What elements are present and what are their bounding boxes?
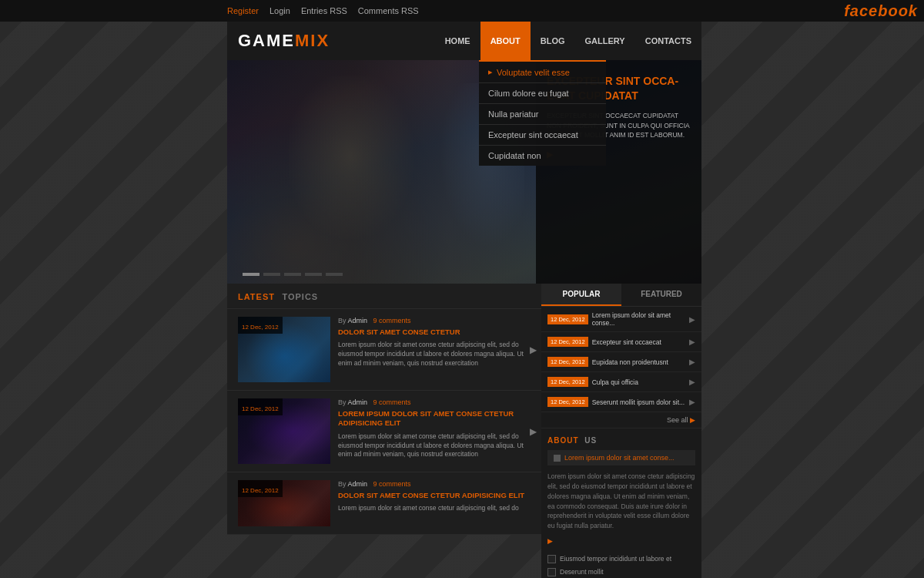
sidebar-list-item-0[interactable]: 12 Dec, 2012 Lorem ipsum dolor sit amet …: [541, 307, 701, 332]
sidebar-list-item-1[interactable]: 12 Dec, 2012 Excepteur sint occaecat ▶: [541, 332, 701, 352]
topics-label: TOPICS: [282, 292, 318, 301]
article-date-1: 12 Dec, 2012: [242, 405, 279, 412]
article-meta-2: By Admin 9 comments: [338, 480, 531, 488]
sidebar-item-title-2: Eupidata non proidentusnt: [592, 358, 685, 366]
article-content-0: By Admin 9 comments DOLOR SIT AMET CONSE…: [338, 317, 531, 382]
dropdown-item-1[interactable]: Cilum dolore eu fugat: [479, 83, 606, 104]
article-date-2: 12 Dec, 2012: [242, 487, 279, 494]
dropdown-item-4[interactable]: Cupidatat non: [479, 146, 606, 166]
article-thumb-0[interactable]: 12 Dec, 2012: [238, 317, 330, 382]
article-item-0: 12 Dec, 2012 By Admin 9 comments DOLOR S…: [227, 309, 541, 391]
latest-label: LATEST: [238, 292, 275, 301]
dropdown-item-3[interactable]: Excepteur sint occaecat: [479, 125, 606, 146]
tab-featured[interactable]: FEATURED: [621, 284, 701, 306]
comments-rss-link[interactable]: Comments RSS: [358, 6, 419, 15]
sidebar-item-title-1: Excepteur sint occaecat: [592, 338, 685, 346]
article-meta-1: By Admin 9 comments: [338, 398, 531, 406]
dropdown-menu: ▸ Voluptate velit esse Cilum dolore eu f…: [479, 60, 606, 166]
about-featured[interactable]: Lorem ipsum dolor sit amet conse...: [547, 450, 695, 465]
tab-popular[interactable]: POPULAR: [541, 284, 621, 306]
sidebar-item-arrow-0: ▶: [689, 315, 695, 324]
article-arrow-0[interactable]: ▶: [530, 344, 537, 355]
article-comments-2[interactable]: 9 comments: [373, 480, 411, 488]
hero-dots: [243, 273, 343, 276]
sidebar-item-arrow-1: ▶: [689, 338, 695, 346]
article-title-1[interactable]: LOREM IPSUM DOLOR SIT AMET CONSE CTETUR …: [338, 409, 531, 428]
sidebar-item-date-3: 12 Dec, 2012: [547, 377, 588, 387]
sidebar-list-item-4[interactable]: 12 Dec, 2012 Seserunt mollit ipsum dolor…: [541, 392, 701, 412]
article-meta-0: By Admin 9 comments: [338, 317, 531, 324]
nav-blog[interactable]: BLOG: [531, 22, 575, 60]
dropdown-item-0[interactable]: ▸ Voluptate velit esse: [479, 62, 606, 83]
dropdown-item-2[interactable]: Nulla pariatur: [479, 104, 606, 125]
login-link[interactable]: Login: [270, 6, 290, 15]
sidebar-item-date-1: 12 Dec, 2012: [547, 337, 588, 347]
article-item-1: 12 Dec, 2012 By Admin 9 comments LOREM I…: [227, 391, 541, 472]
article-thumb-2[interactable]: 12 Dec, 2012: [238, 480, 330, 526]
article-thumb-1[interactable]: 12 Dec, 2012: [238, 398, 330, 464]
sidebar-item-arrow-3: ▶: [689, 378, 695, 386]
sidebar-item-date-0: 12 Dec, 2012: [547, 314, 588, 324]
checkbox-label-1: Deserunt mollit: [560, 568, 604, 576]
entries-rss-link[interactable]: Entries RSS: [301, 6, 347, 15]
article-title-0[interactable]: DOLOR SIT AMET CONSE CTETUR: [338, 328, 531, 337]
logo[interactable]: GAMEMIX: [227, 31, 330, 51]
main-nav: HOME ABOUT BLOG GALLERY CONTACTS: [435, 22, 701, 60]
article-content-1: By Admin 9 comments LOREM IPSUM DOLOR SI…: [338, 398, 531, 464]
article-arrow-1[interactable]: ▶: [530, 426, 537, 437]
article-title-2[interactable]: DOLOR SIT AMET CONSE CTETUR ADIPISICING …: [338, 491, 531, 500]
sidebar-item-title-0: Lorem ipsum dolor sit amet conse...: [592, 311, 685, 327]
article-comments-0[interactable]: 9 comments: [373, 317, 411, 324]
about-more[interactable]: ▶: [547, 537, 695, 545]
checkbox-item-1[interactable]: Deserunt mollit: [547, 566, 695, 578]
nav-home[interactable]: HOME: [435, 22, 480, 60]
checkbox-item-0[interactable]: Eiusmod tempor incididunt ut labore et: [547, 553, 695, 566]
sidebar-item-arrow-2: ▶: [689, 358, 695, 366]
logo-accent: MIX: [295, 31, 330, 50]
article-excerpt-1: Lorem ipsum dolor sit amet conse ctetur …: [338, 432, 531, 460]
article-date-0: 12 Dec, 2012: [242, 324, 279, 331]
sidebar-item-date-4: 12 Dec, 2012: [547, 397, 588, 407]
sidebar-item-title-4: Seserunt mollit ipsum dolor sit...: [592, 398, 685, 406]
article-content-2: By Admin 9 comments DOLOR SIT AMET CONSE…: [338, 480, 531, 526]
hero-section: EXCEPTEUR SINT OCCA-ECAT CUPIDATAT EXCEP…: [227, 60, 701, 284]
nav-gallery[interactable]: GALLERY: [575, 22, 635, 60]
register-link[interactable]: Register: [227, 6, 259, 15]
article-excerpt-2: Lorem ipsum dolor sit amet conse ctetur …: [338, 504, 531, 513]
see-all-button[interactable]: See all ▶: [541, 412, 701, 428]
sidebar-item-arrow-4: ▶: [689, 398, 695, 406]
article-comments-1[interactable]: 9 comments: [373, 398, 411, 406]
sidebar-tabs: POPULAR FEATURED: [541, 284, 701, 307]
logo-main: GAME: [238, 31, 295, 50]
nav-about[interactable]: ABOUT: [480, 22, 531, 60]
sidebar: POPULAR FEATURED 12 Dec, 2012 Lorem ipsu…: [541, 284, 701, 578]
articles-section: LATEST TOPICS 12 Dec, 2012 By Admin 9 co…: [227, 284, 541, 535]
checkbox-label-0: Eiusmod tempor incididunt ut labore et: [560, 555, 671, 563]
section-header: LATEST TOPICS: [227, 284, 541, 309]
about-text: Lorem ipsum dolor sit amet conse ctetur …: [547, 472, 695, 531]
about-title: ABOUT US: [547, 436, 695, 445]
article-excerpt-0: Lorem ipsum dolor sit amet conse ctetur …: [338, 341, 531, 368]
sidebar-item-date-2: 12 Dec, 2012: [547, 357, 588, 367]
facebook-label: facebook: [844, 2, 918, 20]
about-section: ABOUT US Lorem ipsum dolor sit amet cons…: [541, 428, 701, 578]
sidebar-item-title-3: Culpa qui officia: [592, 378, 685, 386]
article-item-2: 12 Dec, 2012 By Admin 9 comments DOLOR S…: [227, 472, 541, 535]
sidebar-list-item-3[interactable]: 12 Dec, 2012 Culpa qui officia ▶: [541, 372, 701, 392]
nav-contacts[interactable]: CONTACTS: [635, 22, 701, 60]
sidebar-list-item-2[interactable]: 12 Dec, 2012 Eupidata non proidentusnt ▶: [541, 352, 701, 372]
